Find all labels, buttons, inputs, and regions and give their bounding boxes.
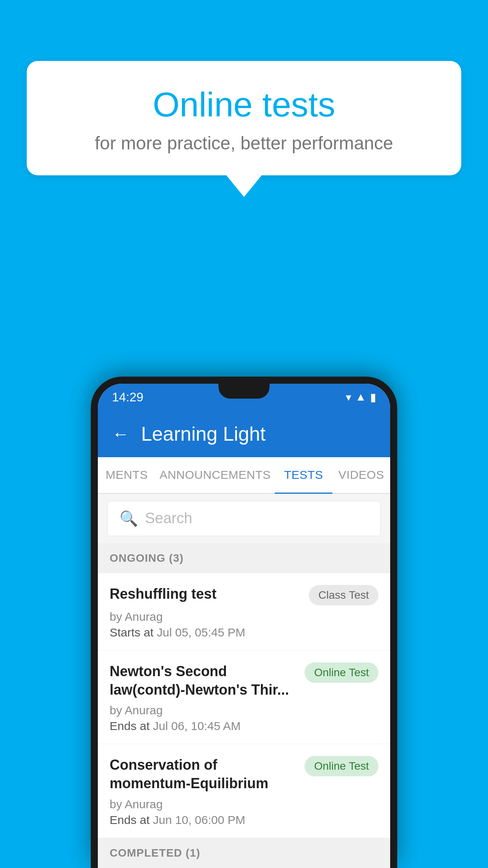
test-author: by Anurag bbox=[110, 610, 378, 623]
test-date: Ends at Jul 06, 10:45 AM bbox=[110, 719, 378, 733]
test-author: by Anurag bbox=[110, 798, 378, 811]
date-value: Jul 06, 10:45 AM bbox=[153, 719, 240, 732]
signal-icon: ▲ bbox=[355, 391, 366, 403]
date-label: Ends at bbox=[110, 813, 150, 826]
search-container: 🔍 Search bbox=[98, 494, 390, 543]
date-value: Jul 05, 05:45 PM bbox=[157, 626, 245, 639]
phone-screen: 14:29 ▾ ▲ ▮ ← Learning Light MENTS ANNOU… bbox=[98, 384, 390, 868]
search-icon: 🔍 bbox=[119, 510, 138, 527]
battery-icon: ▮ bbox=[370, 391, 376, 404]
bubble-title: Online tests bbox=[46, 85, 442, 125]
test-badge: Online Test bbox=[305, 662, 378, 683]
test-author: by Anurag bbox=[110, 704, 378, 717]
test-item-top: Reshuffling test Class Test bbox=[110, 585, 378, 605]
wifi-icon: ▾ bbox=[346, 391, 351, 404]
tab-tests[interactable]: TESTS bbox=[275, 457, 332, 494]
date-label: Starts at bbox=[110, 626, 154, 639]
test-item[interactable]: Reshuffling test Class Test by Anurag St… bbox=[98, 573, 390, 651]
phone-notch bbox=[218, 384, 270, 399]
promo-bubble: Online tests for more practice, better p… bbox=[27, 61, 461, 197]
test-name: Newton's Second law(contd)-Newton's Thir… bbox=[110, 662, 297, 699]
ongoing-section-header: ONGOING (3) bbox=[98, 543, 390, 573]
phone-frame: 14:29 ▾ ▲ ▮ ← Learning Light MENTS ANNOU… bbox=[91, 377, 397, 868]
test-date: Starts at Jul 05, 05:45 PM bbox=[110, 626, 378, 639]
date-label: Ends at bbox=[110, 719, 150, 732]
test-name: Reshuffling test bbox=[110, 585, 301, 603]
tabs-bar: MENTS ANNOUNCEMENTS TESTS VIDEOS bbox=[98, 457, 390, 494]
app-header: ← Learning Light bbox=[98, 411, 390, 457]
tab-videos[interactable]: VIDEOS bbox=[332, 457, 390, 494]
tab-announcements[interactable]: ANNOUNCEMENTS bbox=[156, 457, 275, 494]
bubble-subtitle: for more practice, better performance bbox=[46, 132, 442, 154]
bubble-box: Online tests for more practice, better p… bbox=[27, 61, 461, 175]
test-item[interactable]: Newton's Second law(contd)-Newton's Thir… bbox=[98, 651, 390, 745]
test-badge: Online Test bbox=[305, 756, 378, 776]
back-button[interactable]: ← bbox=[112, 424, 129, 444]
date-value: Jun 10, 06:00 PM bbox=[153, 813, 245, 826]
completed-section-header: COMPLETED (1) bbox=[98, 838, 390, 868]
test-badge: Class Test bbox=[309, 585, 378, 605]
app-title: Learning Light bbox=[141, 423, 266, 445]
test-item[interactable]: Conservation of momentum-Equilibrium Onl… bbox=[98, 744, 390, 838]
tab-ments[interactable]: MENTS bbox=[98, 457, 156, 494]
test-item-top: Conservation of momentum-Equilibrium Onl… bbox=[110, 756, 378, 793]
search-placeholder: Search bbox=[145, 510, 192, 527]
test-item-top: Newton's Second law(contd)-Newton's Thir… bbox=[110, 662, 378, 699]
search-bar[interactable]: 🔍 Search bbox=[107, 501, 381, 536]
bubble-arrow bbox=[226, 175, 262, 197]
status-time: 14:29 bbox=[112, 390, 143, 405]
status-icons: ▾ ▲ ▮ bbox=[346, 391, 376, 404]
test-name: Conservation of momentum-Equilibrium bbox=[110, 756, 297, 793]
test-date: Ends at Jun 10, 06:00 PM bbox=[110, 813, 378, 827]
